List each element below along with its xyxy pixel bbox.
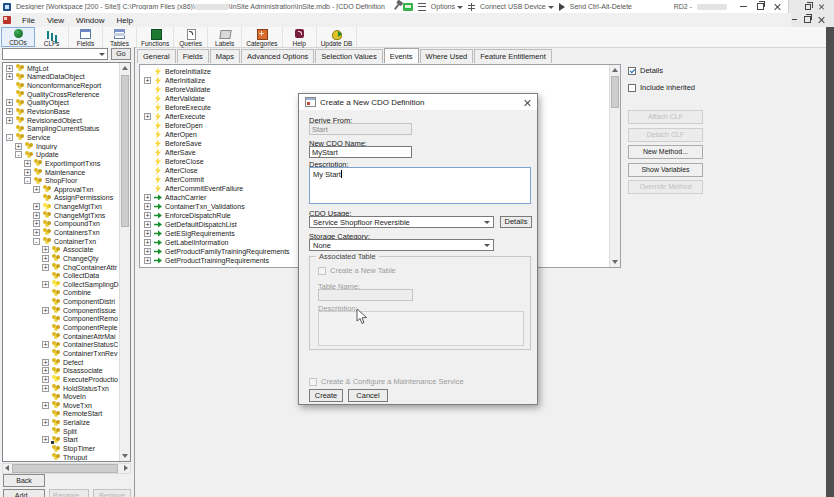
cdo-usage-select[interactable]: Service Shopfloor Reversible [309,216,494,228]
tree-expander-icon[interactable]: - [24,177,31,184]
tree-item[interactable]: + ComponentIssue [4,306,119,315]
tree-expander-icon[interactable]: + [42,367,49,374]
tree-expander-icon[interactable]: - [33,238,40,245]
toolbar-button[interactable]: Functions [137,27,174,47]
event-expander-icon[interactable]: + [144,194,151,201]
action-button[interactable]: Attach CLF [628,110,703,124]
tree-expander-icon[interactable]: + [15,143,22,150]
event-expander-icon[interactable]: + [144,203,151,210]
tree-expander-icon[interactable]: + [24,160,31,167]
event-expander-icon[interactable]: + [144,113,151,120]
tree-item[interactable]: + Serialize [4,418,119,427]
dialog-close-icon[interactable] [524,99,531,106]
tab[interactable]: Feature Entitlement [474,49,551,63]
tree-item[interactable]: RemoteStart [4,410,119,419]
scroll-right-icon[interactable] [124,465,128,471]
tree-item[interactable]: + ChangeMgtTxn [4,202,119,211]
tree-expander-icon[interactable]: + [42,246,49,253]
action-button[interactable]: Show Variables [628,163,703,177]
tree-item[interactable]: SamplingCurrentStatus [4,124,119,133]
tree-item[interactable]: Split [4,427,119,436]
tree-expander-icon[interactable]: + [33,229,40,236]
tree-vertical-scrollbar[interactable] [119,63,130,461]
go-button[interactable]: Go [111,48,131,60]
toolbar-button[interactable]: Help [283,27,317,47]
tree-item[interactable]: + Disassociate [4,366,119,375]
scroll-left-icon[interactable] [5,465,9,471]
tab[interactable]: Where Used [420,49,474,63]
tree-item[interactable]: + Associate [4,245,119,254]
checkbox-box[interactable] [628,84,636,92]
tree-expander-icon[interactable]: + [42,385,49,392]
tree-expander-icon[interactable]: + [42,376,49,383]
tree-item[interactable]: + Defect [4,358,119,367]
close-icon[interactable] [819,4,825,10]
tree-item[interactable]: Combine [4,289,119,298]
tree-item[interactable]: + MfgLot [4,64,119,73]
tree-item[interactable]: MoveIn [4,392,119,401]
tree-expander-icon[interactable]: + [42,341,49,348]
tree-item[interactable]: + Start [4,436,119,445]
toolbar-button[interactable]: CDOs [1,27,35,47]
tree-expander-icon[interactable]: + [42,307,49,314]
tree-item[interactable]: - ShopFloor [4,176,119,185]
tree-expander-icon[interactable]: + [33,212,40,219]
restore-icon[interactable] [757,3,764,10]
tree-expander-icon[interactable]: + [33,220,40,227]
tree-item[interactable]: + NamedDataObject [4,73,119,82]
tree-horizontal-scrollbar[interactable] [2,463,131,474]
tree-expander-icon[interactable]: + [6,99,13,106]
storage-category-select[interactable]: None [309,239,494,251]
add-button[interactable]: Add... [3,489,45,497]
event-expander-icon[interactable]: + [144,239,151,246]
toolbar-button[interactable]: Categories [242,27,282,47]
tree-expander-icon[interactable]: + [33,203,40,210]
toolbar-button[interactable]: Tables [103,27,137,47]
tab[interactable]: Selection Values [315,49,382,63]
mdi-child-icon[interactable] [3,16,11,24]
toolbar-button[interactable]: CLFs [35,27,69,47]
search-combobox[interactable] [2,48,108,60]
minimize-icon[interactable] [740,6,747,7]
tree-item[interactable]: + HoldStatusTxn [4,384,119,393]
toolbar-button[interactable]: Labels [208,27,242,47]
tab[interactable]: Fields [177,49,209,63]
tree-item[interactable]: + ExportImportTxns [4,159,119,168]
tree-item[interactable]: NonconformanceReport [4,81,119,90]
tree-expander-icon[interactable]: + [6,117,13,124]
event-expander-icon[interactable]: + [144,221,151,228]
action-button[interactable]: Override Method [628,180,703,194]
tree-item[interactable]: CollectData [4,271,119,280]
tree-item[interactable]: + ContainerStatusC [4,341,119,350]
scrollbar-thumb[interactable] [12,464,118,473]
tree-item[interactable]: AssignPermissions [4,194,119,203]
tree-expander-icon[interactable]: + [6,65,13,72]
connect-usb-menu[interactable]: Connect USB Device [480,3,554,10]
new-cdo-name-field[interactable]: MyStart [309,146,412,158]
tree-expander-icon[interactable]: - [6,134,13,141]
restore-icon[interactable] [805,4,811,10]
tree-expander-icon[interactable]: + [42,359,49,366]
menu-item[interactable]: Window [70,15,110,26]
tree-item[interactable]: + Maintenance [4,168,119,177]
tree-item[interactable]: + Inquiry [4,142,119,151]
option-checkbox[interactable]: Details [628,66,695,75]
mdi-minimize-icon[interactable] [792,19,797,20]
details-button[interactable]: Details [500,216,532,228]
event-expander-icon[interactable]: + [144,257,151,264]
event-expander-icon[interactable]: + [144,212,151,219]
tree-expander-icon[interactable]: + [42,281,49,288]
scrollbar-thumb[interactable] [611,76,619,108]
tree-item[interactable]: - Update [4,150,119,159]
back-button[interactable]: Back [3,474,45,487]
tree-item[interactable]: + ChangeQty [4,254,119,263]
tree-item[interactable]: + RevisionedObject [4,116,119,125]
cancel-button[interactable]: Cancel [348,389,388,402]
scroll-up-icon[interactable] [612,68,618,72]
tree-item[interactable]: + ApprovalTxn [4,185,119,194]
event-item[interactable]: BeforeInitialize [142,67,609,76]
hamburger-icon[interactable] [418,3,426,11]
mdi-close-icon[interactable] [818,16,825,23]
tree-expander-icon[interactable]: + [42,264,49,271]
event-expander-icon[interactable]: + [144,230,151,237]
